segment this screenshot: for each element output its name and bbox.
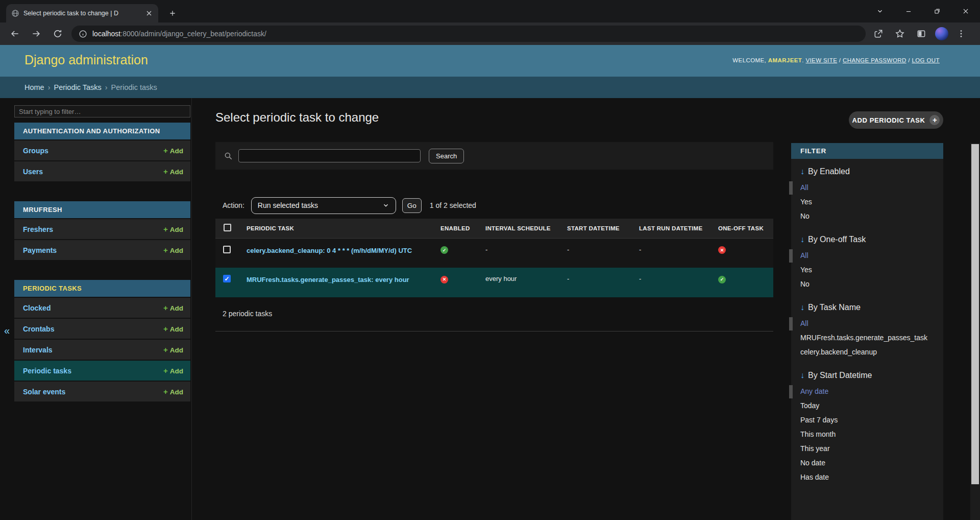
sidebar-filter-input[interactable] (14, 105, 190, 117)
task-link[interactable]: MRUFresh.tasks.generate_passes_task: eve… (247, 275, 427, 285)
select-all-checkbox[interactable] (224, 224, 231, 231)
breadcrumb: Home›Periodic Tasks›Periodic tasks (0, 77, 980, 98)
filter-option-all[interactable]: All (800, 182, 933, 193)
browser-tab[interactable]: Select periodic task to change | D (6, 4, 158, 22)
sidebar-item-label[interactable]: Users (23, 168, 43, 176)
result-table: PERIODIC TASK ENABLED INTERVAL SCHEDULE … (215, 219, 773, 297)
add-link[interactable]: +Add (163, 366, 183, 375)
sidebar-item-freshers[interactable]: Freshers +Add (14, 219, 190, 239)
tab-close-icon[interactable] (145, 9, 153, 17)
sidebar-item-label[interactable]: Crontabs (23, 325, 54, 333)
add-link[interactable]: +Add (163, 146, 183, 155)
column-header[interactable]: ONE-OFF TASK (710, 219, 773, 238)
action-label: Action: (223, 201, 244, 209)
scrollbar-thumb[interactable] (971, 144, 979, 484)
column-header[interactable]: INTERVAL SCHEDULE (478, 219, 559, 238)
filter-option-mrufresh-tasks-generate-passes-task[interactable]: MRUFresh.tasks.generate_passes_task (800, 333, 933, 343)
header-link-change-password[interactable]: CHANGE PASSWORD (843, 57, 906, 63)
filter-option-this-month[interactable]: This month (800, 429, 933, 440)
filter-option-no-date[interactable]: No date (800, 458, 933, 468)
site-info-icon[interactable] (79, 30, 87, 38)
go-button[interactable]: Go (402, 198, 422, 213)
sidebar-sections: AUTHENTICATION AND AUTHORIZATION Groups … (14, 123, 190, 401)
window-minimize-button[interactable] (894, 0, 923, 22)
filter-option-yes[interactable]: Yes (800, 197, 933, 207)
filter-option-celery-backend-cleanup[interactable]: celery.backend_cleanup (800, 347, 933, 358)
task-link[interactable]: celery.backend_cleanup: 0 4 * * * (m/h/d… (247, 246, 427, 256)
table-header-row: PERIODIC TASK ENABLED INTERVAL SCHEDULE … (215, 219, 773, 238)
add-link[interactable]: +Add (163, 225, 183, 233)
sidebar-item-label[interactable]: Solar events (23, 388, 65, 396)
filter-option-no[interactable]: No (800, 279, 933, 290)
plus-icon: + (163, 345, 168, 354)
sidebar-item-crontabs[interactable]: Crontabs +Add (14, 319, 190, 339)
column-header[interactable]: ENABLED (433, 219, 478, 238)
sidebar-item-label[interactable]: Freshers (23, 225, 53, 233)
filter-option-all[interactable]: All (800, 250, 933, 261)
add-periodic-task-button[interactable]: ADD PERIODIC TASK + (849, 111, 943, 129)
interval-schedule-cell: every hour (478, 268, 559, 297)
sidebar-item-label[interactable]: Periodic tasks (23, 367, 71, 375)
bookmark-star-icon[interactable] (891, 25, 909, 42)
share-icon[interactable] (870, 25, 887, 42)
header-link-view-site[interactable]: VIEW SITE (805, 57, 837, 63)
browser-menu-kebab-icon[interactable] (952, 25, 970, 42)
sidebar-item-label[interactable]: Intervals (23, 346, 53, 354)
filter-option-today[interactable]: Today (800, 400, 933, 411)
tab-search-chevron-icon[interactable] (866, 0, 894, 22)
sidebar-item-clocked[interactable]: Clocked +Add (14, 298, 190, 318)
sidebar-item-label[interactable]: Payments (23, 246, 57, 254)
sidebar-item-payments[interactable]: Payments +Add (14, 240, 190, 260)
sidebar-item-label[interactable]: Clocked (23, 304, 51, 312)
sidebar-item-solar-events[interactable]: Solar events +Add (14, 382, 190, 401)
site-title[interactable]: Django administration (24, 53, 148, 67)
filter-option-has-date[interactable]: Has date (800, 472, 933, 483)
action-select[interactable]: Run selected tasks (251, 197, 396, 214)
add-link[interactable]: +Add (163, 387, 183, 396)
add-link[interactable]: +Add (163, 345, 183, 354)
add-link[interactable]: +Add (163, 303, 183, 312)
side-panel-icon[interactable] (913, 25, 930, 42)
new-tab-button[interactable] (166, 7, 179, 19)
selected-count: 1 of 2 selected (430, 201, 476, 209)
search-button[interactable]: Search (429, 149, 464, 163)
filter-option-all[interactable]: All (800, 318, 933, 329)
add-link[interactable]: +Add (163, 246, 183, 254)
url-bar[interactable]: localhost:8000/admin/django_celery_beat/… (71, 26, 866, 42)
filter-option-past-7-days[interactable]: Past 7 days (800, 415, 933, 426)
add-link[interactable]: +Add (163, 167, 183, 176)
url-host: localhost (92, 30, 120, 38)
sidebar-collapse-toggle[interactable]: « (4, 325, 10, 337)
row-checkbox[interactable] (223, 246, 231, 253)
add-link[interactable]: +Add (163, 324, 183, 333)
sidebar-item-users[interactable]: Users +Add (14, 161, 190, 181)
breadcrumb-home[interactable]: Home (24, 83, 44, 91)
breadcrumb-separator: › (48, 83, 51, 91)
column-header[interactable]: START DATETIME (559, 219, 631, 238)
enabled-no-icon: ✕ (440, 276, 448, 283)
filter-option-no[interactable]: No (800, 211, 933, 222)
sidebar-item-groups[interactable]: Groups +Add (14, 140, 190, 160)
forward-button[interactable] (28, 25, 45, 42)
back-button[interactable] (6, 25, 23, 42)
column-header[interactable]: LAST RUN DATETIME (631, 219, 710, 238)
header-link-log-out[interactable]: LOG OUT (912, 57, 940, 63)
breadcrumb-periodic-tasks[interactable]: Periodic Tasks (54, 83, 102, 91)
row-checkbox[interactable]: ✓ (223, 275, 231, 282)
sidebar-item-periodic-tasks[interactable]: Periodic tasks +Add (14, 361, 190, 381)
profile-avatar[interactable] (935, 27, 948, 40)
column-header[interactable]: PERIODIC TASK (239, 219, 433, 238)
page-scrollbar[interactable] (970, 143, 980, 520)
reload-button[interactable] (49, 25, 66, 42)
sidebar-item-intervals[interactable]: Intervals +Add (14, 340, 190, 360)
window-restore-button[interactable] (923, 0, 951, 22)
filter-option-yes[interactable]: Yes (800, 265, 933, 275)
url-path: :8000/admin/django_celery_beat/periodict… (120, 30, 266, 38)
filter-option-this-year[interactable]: This year (800, 443, 933, 454)
search-input[interactable] (238, 149, 421, 162)
interval-schedule-cell: - (478, 238, 559, 268)
window-close-button[interactable] (951, 0, 980, 22)
filter-option-any-date[interactable]: Any date (800, 386, 933, 397)
plus-icon: + (163, 225, 168, 233)
sidebar-item-label[interactable]: Groups (23, 147, 48, 155)
